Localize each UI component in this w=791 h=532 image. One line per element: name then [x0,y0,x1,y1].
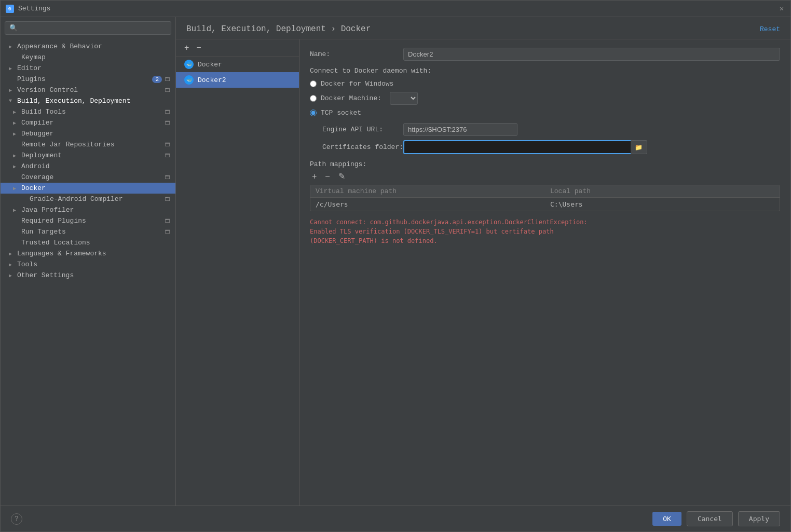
config-panel: Name: Connect to Docker daemon with: Doc… [299,39,790,506]
docker-machine-select[interactable] [390,92,418,105]
chevron-right-icon: ▶ [9,272,15,279]
chevron-right-icon: ▶ [13,163,19,170]
settings-icon: 🗔 [164,87,171,94]
certificates-input-wrap: 📁 [403,140,647,154]
settings-icon: 🗔 [164,108,171,116]
chevron-right-icon: ▶ [9,251,15,257]
sidebar-item-build-tools[interactable]: ▶ Build Tools 🗔 [1,106,175,117]
settings-icon: 🗔 [164,196,171,203]
settings-icon: 🗔 [164,228,171,236]
apply-button[interactable]: Apply [738,511,780,526]
edit-mapping-button[interactable]: ✎ [336,171,347,182]
cancel-button[interactable]: Cancel [687,511,733,526]
chevron-right-icon: ▶ [13,109,19,115]
radio-group-connect: Docker for Windows Docker Machine: [310,80,780,117]
sidebar-item-trusted-locations[interactable]: Trusted Locations [1,237,175,248]
radio-row-docker-windows: Docker for Windows [310,80,780,88]
sidebar-item-debugger[interactable]: ▶ Debugger [1,128,175,139]
radio-docker-machine[interactable] [310,95,317,102]
search-box[interactable]: 🔍 [5,21,171,35]
docker-list-item-docker2[interactable]: 🐳 Docker2 [176,72,299,88]
local-path-header: Local path [545,185,780,197]
sidebar-item-version-control[interactable]: ▶ Version Control 🗔 [1,85,175,96]
docker-list-item-docker1[interactable]: 🐳 Docker [176,57,299,72]
close-button[interactable]: ✕ [778,5,785,12]
sidebar-item-deployment[interactable]: ▶ Deployment 🗔 [1,150,175,161]
sidebar-item-label: Java Profiler [21,206,171,214]
sidebar-item-docker[interactable]: ▶ Docker [1,183,175,194]
path-mappings-section: Path mappings: + − ✎ Virtual machine pat… [310,160,780,211]
settings-icon: 🗔 [164,152,171,159]
sidebar-item-label: Trusted Locations [21,239,171,247]
chevron-right-icon: ▶ [13,120,19,126]
sidebar-item-run-targets[interactable]: Run Targets 🗔 [1,226,175,237]
sidebar-item-coverage[interactable]: Coverage 🗔 [1,172,175,183]
sidebar-item-label: Build Tools [21,108,162,116]
engine-api-row: Engine API URL: [310,123,780,136]
remove-docker-button[interactable]: − [194,43,203,53]
search-input[interactable] [21,24,167,32]
radio-row-docker-machine: Docker Machine: [310,92,780,105]
sidebar-item-label: Editor [17,64,171,72]
settings-icon: 🗔 [164,217,171,225]
docker-toolbar: + − [176,39,299,57]
add-mapping-button[interactable]: + [310,171,319,182]
certificates-browse-button[interactable]: 📁 [631,140,647,154]
sidebar-item-other-settings[interactable]: ▶ Other Settings [1,270,175,281]
path-toolbar: + − ✎ [310,171,780,182]
sidebar-item-tools[interactable]: ▶ Tools [1,259,175,270]
window-title: Settings [18,5,50,12]
footer: ? OK Cancel Apply [1,506,790,531]
path-mappings-label: Path mappings: [310,160,780,168]
chevron-right-icon: ▶ [13,131,19,137]
radio-tcp-socket[interactable] [310,110,317,116]
chevron-right-icon: ▶ [9,44,15,50]
sidebar-item-gradle-android[interactable]: Gradle-Android Compiler 🗔 [1,194,175,204]
sidebar-item-label: Remote Jar Repositories [21,141,162,148]
engine-api-input[interactable] [403,123,517,136]
sidebar-item-java-profiler[interactable]: ▶ Java Profiler [1,204,175,215]
radio-label-tcp-socket: TCP socket [321,109,361,117]
certificates-row: Certificates folder: 📁 [310,140,780,154]
docker-avatar: 🐳 [184,75,194,85]
certificates-label: Certificates folder: [322,143,403,151]
table-row[interactable]: /c/Users C:\Users [310,198,780,211]
sidebar-item-appearance[interactable]: ▶ Appearance & Behavior [1,41,175,52]
sidebar-item-build-exec-deploy[interactable]: ▼ Build, Execution, Deployment [1,96,175,106]
sidebar-item-label: Other Settings [17,271,171,279]
sidebar-item-compiler[interactable]: ▶ Compiler 🗔 [1,117,175,128]
engine-api-label: Engine API URL: [322,126,403,133]
name-input[interactable] [403,48,780,61]
sidebar-item-label: Appearance & Behavior [17,43,171,50]
sidebar-item-remote-jar[interactable]: Remote Jar Repositories 🗔 [1,139,175,150]
reset-button[interactable]: Reset [760,25,780,33]
chevron-right-icon: ▶ [9,262,15,268]
breadcrumb: Build, Execution, Deployment › Docker [186,24,371,34]
sidebar-item-editor[interactable]: ▶ Editor [1,63,175,74]
settings-icon: 🗔 [164,174,171,181]
help-button[interactable]: ? [11,513,22,525]
add-docker-button[interactable]: + [182,43,191,53]
sidebar-item-label: Compiler [21,119,162,127]
local-path-cell: C:\Users [545,198,780,211]
sidebar-item-label: Gradle-Android Compiler [30,195,162,203]
radio-docker-windows[interactable] [310,80,317,87]
sidebar-item-label: Run Targets [21,228,162,236]
sidebar-item-required-plugins[interactable]: Required Plugins 🗔 [1,215,175,226]
sidebar-item-plugins[interactable]: Plugins 2 🗔 [1,74,175,85]
settings-icon: 🗔 [164,76,171,83]
chevron-right-icon: ▶ [13,185,19,192]
docker-list-column: + − 🐳 Docker 🐳 Docker2 [176,39,299,506]
ok-button[interactable]: OK [652,512,681,526]
sidebar-item-label: Languages & Frameworks [17,250,171,257]
sidebar-item-keymap[interactable]: Keymap [1,52,175,63]
sidebar-tree: ▶ Appearance & Behavior Keymap ▶ Editor … [1,39,175,506]
remove-mapping-button[interactable]: − [323,171,332,182]
certificates-input[interactable] [403,140,631,154]
settings-icon: 🗔 [164,119,171,127]
vm-path-cell: /c/Users [310,198,545,211]
sidebar-item-android[interactable]: ▶ Android [1,161,175,172]
sidebar-item-languages[interactable]: ▶ Languages & Frameworks [1,248,175,259]
path-table: Virtual machine path Local path /c/Users… [310,185,780,211]
settings-window: ⚙ Settings ✕ 🔍 ▶ Appearance & Behavior K… [0,0,791,532]
